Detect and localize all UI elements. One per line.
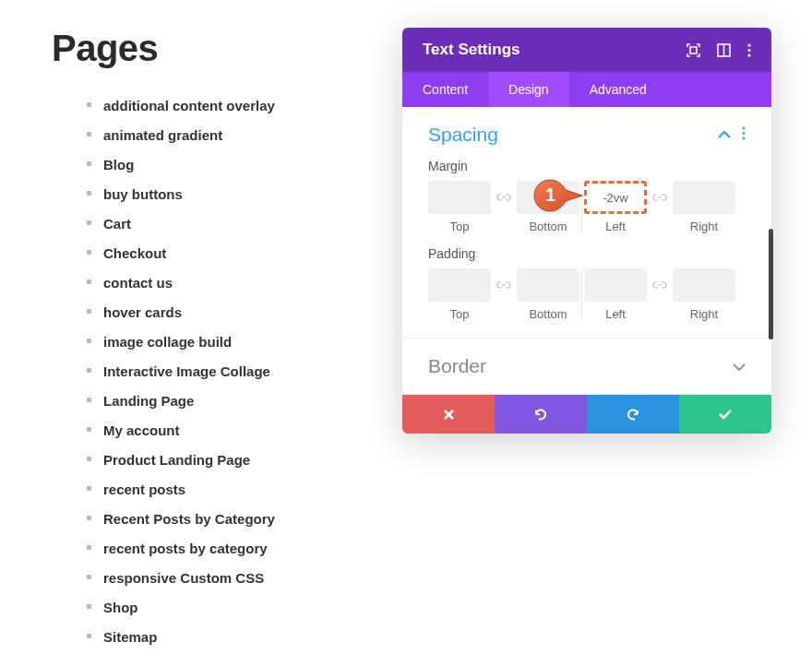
page-item[interactable]: Landing Page [103,386,365,416]
page-item[interactable]: Interactive Image Collage [103,357,365,386]
page-item[interactable]: Blog [103,150,365,180]
tab-advanced[interactable]: Advanced [569,72,667,107]
padding-bottom-sublabel: Bottom [529,307,567,321]
page-item[interactable]: Product Landing Page [103,446,365,475]
page-item[interactable]: My account [103,416,365,446]
link-icon[interactable] [491,268,517,302]
page-item[interactable]: Cart [103,209,365,239]
margin-bottom-sublabel: Bottom [529,220,567,233]
section-spacing: Spacing Margin [402,107,771,339]
padding-top-sublabel: Top [450,307,470,321]
padding-left-input[interactable] [584,268,647,302]
padding-top-input[interactable] [428,268,491,302]
margin-right-sublabel: Right [690,220,718,233]
text-settings-panel: Text Settings Content Design Advanced [402,28,771,434]
page-item[interactable]: Sitemap [103,623,365,652]
padding-right-input[interactable] [673,268,735,302]
svg-point-4 [747,48,750,51]
margin-label: Margin [428,159,746,173]
svg-point-7 [743,132,746,135]
svg-rect-0 [690,47,697,54]
collapse-icon[interactable] [718,126,731,143]
section-border: Border [402,339,771,395]
page-item[interactable]: Shop [103,593,365,623]
redo-button[interactable] [587,395,679,434]
svg-point-3 [747,43,750,46]
margin-top-input[interactable] [428,181,491,214]
tab-design[interactable]: Design [488,72,569,107]
section-title-border[interactable]: Border [428,355,486,377]
margin-left-input[interactable] [584,181,647,214]
link-icon[interactable] [491,181,517,214]
callout-marker: 1 [532,178,584,213]
padding-left-sublabel: Left [605,307,626,321]
page-item[interactable]: image collage build [103,327,365,357]
dots-menu-icon[interactable] [747,43,751,57]
page-item[interactable]: contact us [103,268,365,298]
svg-point-8 [743,137,746,139]
margin-left-sublabel: Left [605,220,626,233]
page-item[interactable]: hover cards [103,298,365,327]
section-title-spacing[interactable]: Spacing [428,124,498,146]
cancel-button[interactable] [402,395,495,434]
page-item[interactable]: Checkout [103,239,365,268]
margin-top-sublabel: Top [450,220,470,233]
svg-point-6 [743,126,746,129]
svg-point-5 [747,54,750,56]
page-item[interactable]: recent posts by category [103,534,365,564]
page-item[interactable]: animated gradient [103,121,365,150]
link-icon[interactable] [647,268,673,302]
pages-list: additional content overlayanimated gradi… [52,91,365,654]
save-button[interactable] [679,395,771,434]
panel-footer [402,395,771,434]
expand-section-icon[interactable] [733,358,746,375]
callout-number: 1 [545,184,555,206]
section-dots-icon[interactable] [742,126,746,144]
expand-icon[interactable] [687,43,700,57]
link-icon[interactable] [647,181,673,214]
padding-right-sublabel: Right [690,307,718,321]
undo-button[interactable] [495,395,587,434]
panel-header: Text Settings [402,28,771,72]
scrollbar-thumb[interactable] [769,229,773,339]
panel-title: Text Settings [423,41,519,59]
page-item[interactable]: recent posts [103,475,365,505]
padding-bottom-input[interactable] [517,268,579,302]
columns-icon[interactable] [717,43,731,57]
pages-heading: Pages [52,28,365,69]
page-item[interactable]: additional content overlay [103,91,365,121]
margin-right-input[interactable] [673,181,735,214]
page-item[interactable]: Recent Posts by Category [103,505,365,534]
tab-content[interactable]: Content [402,72,488,107]
padding-label: Padding [428,246,746,261]
page-item[interactable]: buy buttons [103,180,365,209]
settings-tabs: Content Design Advanced [402,72,771,107]
page-item[interactable]: responsive Custom CSS [103,564,365,593]
